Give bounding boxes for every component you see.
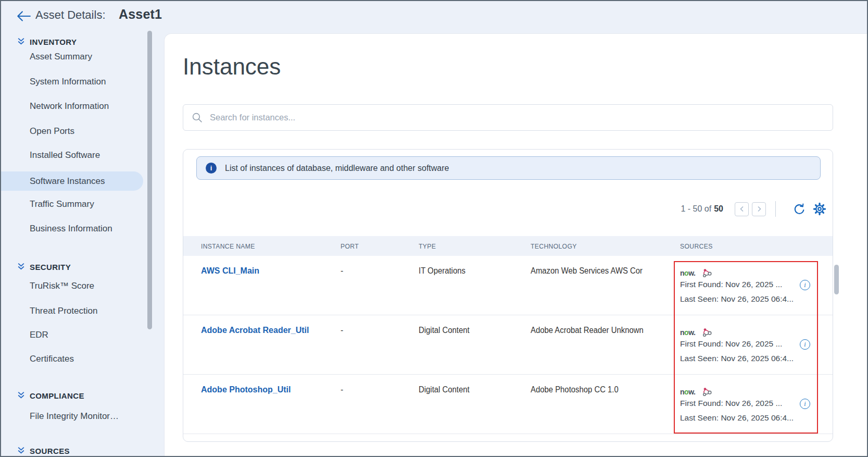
pagination-total: 50: [714, 204, 723, 213]
pagination-range: 1 - 50 of50: [681, 204, 724, 214]
column-header-instance-name: INSTANCE NAME: [201, 236, 255, 256]
search-input[interactable]: [210, 105, 833, 130]
type-cell: Digital Content: [419, 385, 470, 394]
info-badge-icon: i: [206, 163, 217, 174]
info-icon[interactable]: i: [800, 339, 810, 350]
chevron-double-down-icon: [17, 446, 26, 456]
info-banner-text: List of instances of database, middlewar…: [225, 164, 449, 173]
sidebar-scrollbar[interactable]: [147, 31, 152, 329]
instance-name-link[interactable]: Adobe Photoshop_Util: [201, 385, 291, 394]
chevron-double-down-icon: [17, 262, 26, 273]
instance-name-link[interactable]: AWS CLI_Main: [201, 266, 259, 276]
table-header: INSTANCE NAME PORT TYPE TECHNOLOGY SOURC…: [183, 236, 833, 256]
info-icon[interactable]: i: [800, 399, 810, 409]
chevron-double-down-icon: [17, 391, 26, 401]
sources-cell: now. First Found: Nov: [680, 375, 805, 434]
type-cell: IT Operations: [419, 266, 466, 276]
first-found-text: First Found: Nov 26, 2025 ...: [680, 339, 782, 349]
pagination-bar: 1 - 50 of50: [681, 199, 827, 219]
instances-panel: i List of instances of database, middlew…: [183, 149, 833, 442]
connector-icon: [700, 387, 712, 397]
last-seen-text: Last Seen: Nov 26, 2025 06:4...: [680, 354, 794, 363]
refresh-icon: [792, 203, 806, 216]
instance-name-link[interactable]: Adobe Acrobat Reader_Util: [201, 326, 309, 335]
gear-icon: [813, 202, 826, 216]
search-icon: [192, 112, 203, 123]
connector-icon: [700, 268, 712, 278]
column-header-port: PORT: [341, 236, 359, 256]
table-row: AWS CLI_Main - IT Operations Amazon Web …: [183, 256, 833, 315]
info-banner: i List of instances of database, middlew…: [196, 156, 821, 180]
table-row: Adobe Photoshop_Util - Digital Content A…: [183, 375, 833, 434]
chevron-double-down-icon: [17, 37, 26, 47]
chevron-right-icon: [756, 205, 763, 213]
chevron-left-icon: [738, 205, 746, 213]
column-header-technology: TECHNOLOGY: [531, 236, 577, 256]
column-header-sources: SOURCES: [680, 236, 713, 256]
content-scrollbar[interactable]: [834, 265, 839, 294]
technology-cell: Adobe Acrobat Reader Unknown: [531, 326, 660, 335]
port-cell: -: [341, 326, 343, 335]
info-icon[interactable]: i: [800, 280, 810, 290]
next-page-button[interactable]: [752, 202, 766, 216]
technology-cell: Amazon Web Services AWS Cor: [531, 266, 660, 276]
asset-details-page: Asset Details: Asset1 INVENTORY Asset Su…: [0, 0, 868, 457]
servicenow-logo: now.: [680, 269, 695, 277]
toolbar-divider: [775, 201, 776, 217]
column-header-type: TYPE: [419, 236, 436, 256]
section-title: Instances: [183, 54, 281, 80]
servicenow-logo: now.: [680, 328, 695, 337]
sources-cell: now. First Found: Nov: [680, 256, 805, 315]
first-found-text: First Found: Nov 26, 2025 ...: [680, 399, 782, 408]
technology-cell: Adobe Photoshop CC 1.0: [531, 385, 660, 394]
port-cell: -: [341, 385, 343, 394]
port-cell: -: [341, 266, 343, 276]
previous-page-button[interactable]: [735, 202, 749, 216]
last-seen-text: Last Seen: Nov 26, 2025 06:4...: [680, 294, 794, 304]
sidebar-item-software-instances[interactable]: Software Instances: [1, 171, 143, 191]
first-found-text: First Found: Nov 26, 2025 ...: [680, 280, 782, 289]
instance-search[interactable]: [183, 104, 833, 131]
sidebar: INVENTORY Asset Summary System Informati…: [1, 1, 164, 457]
table-row: Adobe Acrobat Reader_Util - Digital Cont…: [183, 315, 833, 375]
connector-icon: [700, 328, 712, 337]
type-cell: Digital Content: [419, 326, 470, 335]
main-content: Instances i List of instances of databas…: [164, 33, 867, 457]
sources-cell: now. First Found: Nov: [680, 315, 805, 375]
refresh-button[interactable]: [792, 203, 806, 216]
settings-button[interactable]: [813, 202, 826, 216]
last-seen-text: Last Seen: Nov 26, 2025 06:4...: [680, 413, 794, 423]
servicenow-logo: now.: [680, 388, 695, 396]
